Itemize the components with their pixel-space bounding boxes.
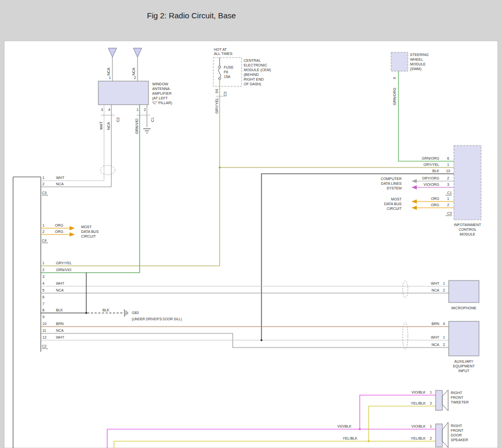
svg-text:MODULE: MODULE bbox=[460, 232, 475, 236]
svg-text:DOOR: DOOR bbox=[451, 433, 462, 437]
svg-text:(AT LEFT: (AT LEFT bbox=[152, 96, 168, 100]
c2-pin10-num: 10 bbox=[42, 322, 47, 326]
amp-pin4-num: 4 bbox=[108, 108, 110, 111]
svg-text:CONTROL: CONTROL bbox=[459, 228, 476, 231]
c2-pin1-num: 1 bbox=[42, 261, 44, 265]
infotainment-module-box bbox=[454, 145, 481, 220]
hot-at-label-2: ALL TIMES bbox=[214, 52, 233, 55]
svg-text:INFOTAINMENT: INFOTAINMENT bbox=[454, 223, 482, 227]
svg-text:CENTRAL: CENTRAL bbox=[244, 59, 261, 62]
svg-text:DATA BUS: DATA BUS bbox=[384, 202, 402, 206]
cem-conn: C3 bbox=[223, 92, 227, 96]
c2-pin4-num: 4 bbox=[42, 282, 44, 285]
hot-at-label-1: HOT AT bbox=[214, 48, 227, 51]
mic-pin1-num: 1 bbox=[443, 282, 445, 285]
fuse-id: F6 bbox=[224, 70, 228, 74]
radio-circuit-diagram: Fig 2: Radio Circuit, Base NCA 1 NCA 2 W… bbox=[0, 0, 502, 448]
antenna-1-pin: 1 bbox=[109, 76, 111, 80]
swm-wire-color: GRN/ORG bbox=[393, 88, 396, 105]
aux-pin1-num: 1 bbox=[443, 335, 445, 339]
icm-r1-color: GRY/YEL bbox=[424, 163, 439, 166]
svg-text:EQUIPMENT: EQUIPMENT bbox=[453, 364, 475, 368]
microphone-box bbox=[449, 281, 479, 303]
svg-text:OF DASH): OF DASH) bbox=[244, 82, 261, 86]
antenna-2-wire-label: NCA bbox=[132, 68, 135, 75]
swm-pin: 6 bbox=[393, 77, 396, 79]
svg-text:(BEHIND: (BEHIND bbox=[244, 73, 259, 77]
c4-pin2-color: ORG bbox=[55, 230, 63, 233]
tweeter-pin1-color: VIO/BLK bbox=[412, 390, 426, 394]
amp-pin3-num: 3 bbox=[101, 108, 103, 111]
yelblk-run-label: YEL/BLK bbox=[343, 436, 358, 440]
svg-text:WINDOW: WINDOW bbox=[152, 82, 168, 86]
c2-pin4-color: WHT bbox=[56, 282, 65, 285]
c4-name: C4 bbox=[42, 239, 47, 242]
aux-pin2-color: NCA bbox=[431, 343, 439, 346]
tweeter-speaker-icon bbox=[436, 390, 448, 411]
amp-pin2-num: 2 bbox=[144, 108, 146, 111]
amp-conn-left: C2 bbox=[116, 117, 120, 122]
svg-text:INPUT: INPUT bbox=[459, 369, 470, 373]
svg-text:CIRCUIT: CIRCUIT bbox=[387, 207, 402, 210]
icm-r3-color: GRY/ORG bbox=[422, 176, 439, 180]
svg-text:SYSTEM: SYSTEM bbox=[386, 186, 402, 190]
svg-text:AMPLIFIER: AMPLIFIER bbox=[152, 92, 172, 95]
svg-text:(SWM): (SWM) bbox=[410, 67, 421, 71]
svg-text:MOST: MOST bbox=[391, 197, 402, 201]
svg-text:TWEETER: TWEETER bbox=[451, 400, 469, 404]
c2-pin2-num: 2 bbox=[42, 268, 44, 272]
cem-pin: 64 bbox=[215, 89, 219, 93]
c3-pin2-num: 2 bbox=[42, 182, 44, 186]
door-speaker-icon bbox=[436, 422, 448, 447]
mic-pin2-color: NCA bbox=[431, 288, 439, 292]
svg-text:“C” PILLAR): “C” PILLAR) bbox=[152, 101, 172, 105]
tweeter-pin1-num: 1 bbox=[430, 390, 432, 394]
c2-pin5-num: 5 bbox=[42, 288, 44, 292]
ground-name: G83 bbox=[132, 311, 139, 315]
svg-text:ANTENNA: ANTENNA bbox=[152, 87, 170, 91]
figure-title: Fig 2: Radio Circuit, Base bbox=[147, 11, 236, 20]
svg-text:STEERING: STEERING bbox=[410, 53, 429, 57]
aux-pin4-color: BRN bbox=[431, 322, 439, 326]
c2-name: C2 bbox=[42, 344, 47, 348]
icm-conn-c1: C1 bbox=[447, 191, 452, 195]
door-pin2-num: 2 bbox=[430, 436, 432, 440]
c2-pin5-color: NCA bbox=[56, 288, 64, 292]
c2-pin8-num: 8 bbox=[42, 308, 44, 312]
svg-text:AUXILIARY: AUXILIARY bbox=[454, 360, 474, 363]
c2-pin10-color: BRN bbox=[56, 322, 64, 326]
icm-r5-color: ORG bbox=[431, 197, 439, 200]
icm-r3-num: 2 bbox=[447, 176, 449, 180]
junction-vioblk bbox=[359, 428, 361, 430]
c2-pin3-num: 3 bbox=[42, 275, 44, 278]
mic-pin1-color: WHT bbox=[431, 282, 440, 285]
svg-text:WHEEL: WHEEL bbox=[410, 58, 423, 61]
c2-pin12-color: WHT bbox=[56, 335, 65, 339]
c2-pin6-num: 6 bbox=[42, 295, 44, 299]
svg-text:COMPUTER: COMPUTER bbox=[381, 177, 402, 181]
window-antenna-amplifier-box bbox=[98, 81, 149, 105]
icm-r6-num: 2 bbox=[447, 203, 449, 207]
svg-text:FRONT: FRONT bbox=[451, 429, 464, 432]
c3-name: C3 bbox=[42, 191, 47, 195]
svg-text:MOST: MOST bbox=[81, 225, 92, 229]
c4-pin2-num: 2 bbox=[42, 230, 44, 233]
icm-r2-num: 10 bbox=[446, 169, 450, 173]
mic-pin2-num: 2 bbox=[443, 288, 445, 292]
c3-pin2-color: NCA bbox=[56, 182, 64, 186]
amp-conn-right: C1 bbox=[151, 117, 154, 122]
c2-pin1-color: GRY/YEL bbox=[56, 261, 72, 265]
c2-pin8-color: BLK bbox=[56, 308, 63, 312]
junction-yelblk bbox=[368, 440, 370, 442]
svg-text:MODULE: MODULE bbox=[410, 62, 426, 66]
icm-r4-num: 3 bbox=[447, 183, 449, 186]
aux-pin1-color: WHT bbox=[431, 335, 440, 339]
c3-pin1-color: WHT bbox=[56, 176, 65, 180]
swm-box bbox=[391, 52, 408, 71]
icm-r4-color: VIO/ORG bbox=[424, 183, 439, 186]
c2-pin2-color: GRN/VIO bbox=[56, 268, 72, 272]
svg-text:ELECTRONIC: ELECTRONIC bbox=[244, 63, 267, 67]
c2-pin9-num: 9 bbox=[42, 315, 44, 319]
icm-r5-num: 1 bbox=[447, 197, 449, 200]
diagram-canvas bbox=[4, 41, 498, 448]
